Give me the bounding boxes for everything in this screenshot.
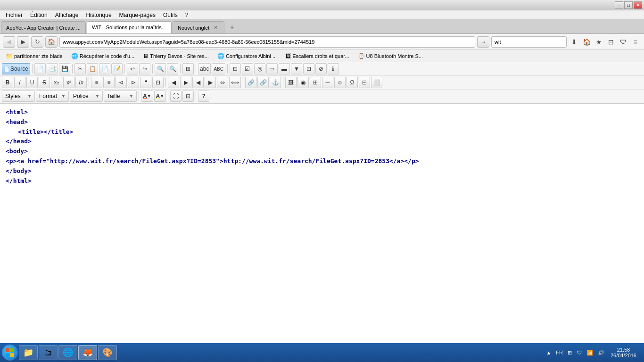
removeformat-button[interactable]: Ix (75, 77, 87, 88)
tab-wit[interactable]: WIT - Solutions pour la maîtris... ✕ (87, 21, 172, 33)
bookmark-1[interactable]: 🌐 Récupérer le code d'u... (68, 52, 137, 60)
unordered-list-button[interactable]: ≡ (103, 77, 115, 88)
textarea-button[interactable]: ▬ (279, 63, 290, 74)
home-icon[interactable]: 🏠 (581, 36, 592, 48)
source-button[interactable]: 📄 Source (2, 63, 30, 74)
reload-button[interactable]: ↻ (31, 36, 43, 48)
align-justify-button[interactable]: ▶ (205, 77, 216, 88)
anchor-button[interactable]: ⚓ (270, 77, 281, 88)
editor-content[interactable]: <html> <head> <title></title> </head> <b… (0, 104, 644, 292)
pagebreak-button[interactable]: ⊟ (359, 77, 370, 88)
align-right-button[interactable]: ◀ (192, 77, 204, 88)
link-button[interactable]: 🔗 (245, 77, 256, 88)
find-button[interactable]: 🔍 (155, 63, 166, 74)
ordered-list-button[interactable]: ≡ (91, 77, 102, 88)
spell-button[interactable]: abc (198, 63, 211, 74)
blockquote-button[interactable]: ❝ (140, 77, 151, 88)
download-icon[interactable]: ⬇ (569, 36, 580, 48)
save-button[interactable]: 💾 (59, 63, 70, 74)
specialchar-button[interactable]: Ω (347, 77, 358, 88)
checkbox-button[interactable]: ☑ (242, 63, 253, 74)
help-button[interactable]: ? (198, 90, 209, 102)
bookmark-2[interactable]: 🖥 Thierry Devos - Site res... (140, 52, 212, 60)
align-left-button[interactable]: ◀ (168, 77, 179, 88)
replace-button[interactable]: 🔍 (167, 63, 178, 74)
forward-button[interactable]: ▶ (17, 36, 29, 48)
bookmark-3[interactable]: 🌐 Configuratore Albini ... (215, 52, 280, 60)
maximize-button[interactable]: □ (624, 1, 633, 9)
select-all-button[interactable]: ⊞ (182, 63, 194, 74)
close-button[interactable]: ✕ (634, 1, 642, 9)
menu-edition[interactable]: Édition (26, 11, 51, 19)
bidi-ltr-button[interactable]: ⇔ (217, 77, 228, 88)
iframe-button[interactable]: ⬜ (371, 77, 382, 88)
strikethrough-button[interactable]: S (39, 77, 50, 88)
paste-text-button[interactable]: 📝 (111, 63, 123, 74)
menu-fichier[interactable]: Fichier (2, 11, 26, 19)
about-button[interactable]: ℹ (328, 63, 339, 74)
menu-historique[interactable]: Historique (83, 11, 116, 19)
bookmark-0[interactable]: 📁 partitionner zte blade (3, 52, 66, 60)
sync-icon[interactable]: ⊡ (605, 36, 617, 48)
format-dropdown[interactable]: Format ▼ (36, 90, 69, 102)
subscript-button[interactable]: x₂ (51, 77, 62, 88)
hidden-button[interactable]: ⊘ (315, 63, 327, 74)
back-button[interactable]: ◀ (3, 36, 15, 48)
undo-button[interactable]: ↩ (127, 63, 138, 74)
hr-button[interactable]: ─ (322, 77, 333, 88)
templates-button[interactable]: 📑 (47, 63, 58, 74)
menu-help[interactable]: ? (182, 11, 192, 19)
align-center-button[interactable]: ▶ (180, 77, 191, 88)
url-input[interactable] (59, 36, 475, 48)
bookmark-5[interactable]: ⌚ U8 Bluetooth Montre S... (355, 52, 426, 60)
underline-button[interactable]: U (26, 77, 38, 88)
radio-button[interactable]: ◎ (254, 63, 265, 74)
tab-appyet[interactable]: AppYet - App Creator | Create ... ✕ (1, 21, 86, 33)
menu-affichage[interactable]: Affichage (51, 11, 83, 19)
police-dropdown[interactable]: Police ▼ (70, 90, 103, 102)
paste-button[interactable]: 📄 (99, 63, 110, 74)
smiley-button[interactable]: ☺ (334, 77, 346, 88)
styles-dropdown[interactable]: Styles ▼ (2, 90, 35, 102)
tab-new-close[interactable]: ✕ (212, 24, 219, 31)
menu-marquepages[interactable]: Marque-pages (116, 11, 159, 19)
bidi-rtl-button[interactable]: ⟺ (229, 77, 241, 88)
menu-outils[interactable]: Outils (159, 11, 182, 19)
form-button[interactable]: ⊟ (230, 63, 241, 74)
redo-button[interactable]: ↪ (139, 63, 150, 74)
bold-button[interactable]: B (2, 77, 13, 88)
copy-button[interactable]: 📋 (87, 63, 98, 74)
go-button[interactable]: → (477, 36, 489, 48)
unlink-button[interactable]: 🔗 (257, 77, 269, 88)
italic-button[interactable]: I (14, 77, 25, 88)
image-button[interactable]: 🖼 (285, 77, 297, 88)
fontcolor-button[interactable]: A ▼ (141, 90, 153, 102)
home-button[interactable]: 🏠 (45, 36, 58, 48)
superscript-button[interactable]: x² (63, 77, 74, 88)
menu-icon[interactable]: ≡ (630, 36, 641, 48)
outdent-button[interactable]: ⊲ (116, 77, 127, 88)
search-input[interactable] (491, 36, 567, 48)
shield-icon[interactable]: 🛡 (618, 36, 629, 48)
taille-dropdown[interactable]: Taille ▼ (104, 90, 137, 102)
indent-button[interactable]: ⊳ (128, 77, 139, 88)
cut-button[interactable]: ✂ (74, 63, 86, 74)
bgcolor-button[interactable]: A ▼ (154, 90, 166, 102)
bookmark-4[interactable]: 🖼 Escaliers droits et quar... (282, 52, 352, 60)
minimize-button[interactable]: ─ (615, 1, 623, 9)
flash-button[interactable]: ◉ (297, 77, 309, 88)
scayt-button[interactable]: ABC (212, 63, 225, 74)
tab-wit-close[interactable]: ✕ (169, 24, 172, 31)
button-button[interactable]: ⊡ (303, 63, 314, 74)
creatediv-button[interactable]: ⊡ (152, 77, 164, 88)
tab-appyet-close[interactable]: ✕ (83, 24, 86, 31)
table-button[interactable]: ⊞ (310, 77, 321, 88)
new-tab-button[interactable]: + (225, 21, 239, 33)
select-button[interactable]: ▼ (291, 63, 302, 74)
bookmark-icon[interactable]: ★ (593, 36, 604, 48)
textfield-button[interactable]: ▭ (266, 63, 278, 74)
new-doc-button[interactable]: 📄 (34, 63, 46, 74)
maximize-button[interactable]: ⛶ (170, 90, 182, 102)
showblocks-button[interactable]: ⊡ (182, 90, 194, 102)
tab-new[interactable]: Nouvel onglet ✕ (173, 21, 224, 33)
